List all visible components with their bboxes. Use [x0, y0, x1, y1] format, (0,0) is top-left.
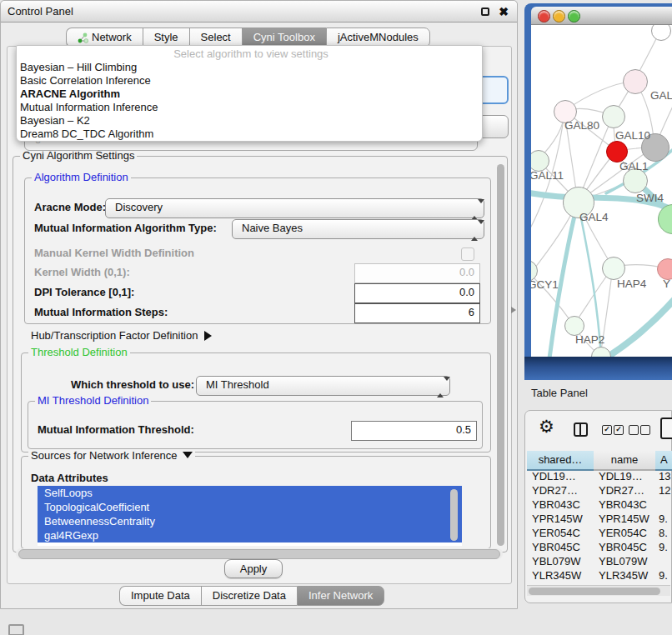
tab-select-label: Select	[201, 28, 231, 47]
aracne-mode-value: Discovery	[115, 201, 163, 213]
manual-kernel-label: Manual Kernel Width Definition	[34, 244, 194, 262]
settings-hscroll-track	[16, 548, 503, 559]
bottom-tabbar: Impute Data Discretize Data Infer Networ…	[119, 586, 384, 606]
mi-type-value: Naive Bayes	[242, 222, 303, 234]
table-row[interactable]: YPR145WYPR145W9.	[527, 512, 672, 526]
settings-vertical-scrollbar[interactable]	[497, 164, 504, 546]
node-label-gal4: GAL4	[579, 211, 609, 223]
checked-checkbox-icon[interactable]: ✓	[614, 425, 624, 435]
hub-definition-toggle[interactable]: Hub/Transcription Factor Definition	[31, 329, 212, 342]
gear-icon[interactable]: ⚙	[539, 417, 554, 437]
table-row[interactable]: YDL19…YDL19…13	[527, 469, 672, 483]
table-cell	[655, 554, 672, 568]
table-cell: YPR145W	[594, 512, 655, 526]
network-node[interactable]	[623, 69, 648, 94]
sources-title-text: Sources for Network Inference	[31, 449, 178, 462]
settings-hscroll-thumb[interactable]	[18, 549, 500, 559]
stepper-icon	[471, 222, 479, 239]
table-cell: YDL19…	[594, 469, 655, 483]
kernel-width-label: Kernel Width (0,1):	[34, 263, 130, 282]
table-cell: YDR27…	[527, 483, 594, 498]
table-cell: YBR043C	[594, 498, 655, 512]
table-row[interactable]: YBR045CYBR045C9.	[527, 540, 672, 554]
collapsed-panel-icon[interactable]	[8, 624, 24, 635]
table-hscroll-thumb[interactable]	[529, 588, 660, 595]
checked-checkbox-icon[interactable]: ✓	[602, 425, 612, 435]
table-cell	[655, 498, 672, 512]
table-row[interactable]: YLR345WYLR345W9.	[527, 568, 672, 582]
mi-steps-label: Mutual Information Steps:	[34, 303, 168, 322]
table-row[interactable]: YBR043CYBR043C	[527, 498, 672, 512]
float-window-icon[interactable]	[481, 8, 489, 16]
network-node-hap4[interactable]	[602, 257, 625, 280]
node-label-swi4: SWI4	[636, 192, 664, 204]
table-cell: 9.	[655, 512, 672, 526]
zoom-traffic-light-icon[interactable]	[568, 10, 580, 22]
stepper-icon	[437, 379, 444, 396]
mi-type-combobox[interactable]: Naive Bayes	[232, 219, 484, 239]
table-row[interactable]: YBL079WYBL079W	[527, 554, 672, 568]
column-header-shared-name[interactable]: shared…	[527, 451, 594, 471]
aracne-mode-combobox[interactable]: Discovery	[105, 198, 484, 218]
network-canvas[interactable]: GAL GAL80 GAL10 GAL1 GAL11 SWI4 GAL4 GCY…	[531, 25, 672, 357]
attribute-item[interactable]: BetweennessCentrality	[38, 514, 462, 528]
table-cell: YER054C	[527, 526, 594, 540]
network-view-window: GAL GAL80 GAL10 GAL1 GAL11 SWI4 GAL4 GCY…	[524, 3, 672, 380]
node-label-gal10: GAL10	[615, 129, 650, 142]
pane-resize-handle[interactable]	[511, 307, 516, 313]
attribute-item[interactable]: SelfLoops	[38, 486, 462, 500]
mi-threshold-field[interactable]: 0.5	[351, 421, 477, 441]
mi-threshold-label: Mutual Information Threshold:	[38, 421, 194, 439]
algorithm-option[interactable]: Dream8 DC_TDC Algorithm	[17, 128, 482, 141]
column-header-partial[interactable]: A	[655, 451, 672, 471]
table-row[interactable]: YDR27…YDR27…12	[527, 483, 672, 498]
mi-steps-field[interactable]: 6	[354, 303, 480, 323]
attribute-item[interactable]: TopologicalCoefficient	[38, 500, 462, 514]
data-attributes-list: SelfLoops TopologicalCoefficient Between…	[38, 486, 462, 546]
hub-definition-label: Hub/Transcription Factor Definition	[31, 329, 198, 342]
tab-style-label: Style	[154, 28, 178, 47]
dpi-tolerance-field[interactable]: 0.0	[354, 283, 480, 303]
unchecked-checkbox-icon[interactable]	[629, 425, 639, 435]
node-label-gcy1: GCY1	[531, 278, 559, 291]
table-cell: YBR045C	[527, 540, 594, 554]
control-panel-title: Control Panel	[8, 5, 73, 18]
algorithm-option[interactable]: Bayesian – Hill Climbing	[17, 61, 482, 74]
algorithm-option[interactable]: Basic Correlation Inference	[17, 74, 482, 88]
document-icon[interactable]	[660, 418, 672, 439]
network-icon	[78, 32, 88, 43]
close-traffic-light-icon[interactable]	[538, 10, 550, 22]
kernel-width-field[interactable]: 0.0	[354, 263, 480, 283]
algorithm-option-selected[interactable]: ARACNE Algorithm	[17, 88, 482, 101]
data-attributes-label: Data Attributes	[31, 469, 108, 488]
table-cell: YDL19…	[527, 469, 594, 483]
table-cell: YBL079W	[594, 554, 655, 568]
table-cell: YBL079W	[527, 554, 594, 568]
table-row[interactable]: YER054CYER054C8.	[527, 526, 672, 540]
tab-impute-data[interactable]: Impute Data	[119, 586, 201, 606]
algorithm-option[interactable]: Mutual Information Inference	[17, 101, 482, 114]
tab-infer-network[interactable]: Infer Network	[297, 586, 384, 606]
minimize-traffic-light-icon[interactable]	[553, 10, 565, 22]
node-label-hap2: HAP2	[575, 333, 604, 346]
table-cell: 9.	[655, 568, 672, 582]
close-icon[interactable]: ✖	[499, 4, 509, 19]
manual-kernel-checkbox[interactable]	[461, 248, 474, 261]
tab-discretize-data[interactable]: Discretize Data	[201, 586, 297, 606]
column-layout-icon[interactable]	[574, 422, 588, 437]
network-window-titlebar[interactable]	[531, 7, 672, 25]
unchecked-checkbox-icon[interactable]	[640, 425, 650, 435]
table-body: YDL19…YDL19…13YDR27…YDR27…12YBR043CYBR04…	[527, 469, 672, 597]
attributes-scrollbar[interactable]	[450, 489, 458, 541]
attribute-item[interactable]: gal4RGexp	[38, 528, 462, 542]
column-header-name[interactable]: name	[594, 451, 656, 471]
which-threshold-combobox[interactable]: MI Threshold	[196, 376, 450, 396]
table-cell: YBR045C	[594, 540, 655, 554]
which-threshold-label: Which threshold to use:	[71, 376, 194, 394]
algorithm-option[interactable]: Bayesian – K2	[17, 114, 482, 128]
stepper-icon	[471, 202, 479, 218]
network-node-gal10[interactable]	[602, 105, 625, 128]
mi-threshold-title: MI Threshold Definition	[35, 395, 151, 407]
table-panel: ⚙ ✓ ✓ shared… name A YDL19…YDL19…13YDR27…	[524, 410, 672, 603]
apply-button[interactable]: Apply	[224, 559, 283, 578]
